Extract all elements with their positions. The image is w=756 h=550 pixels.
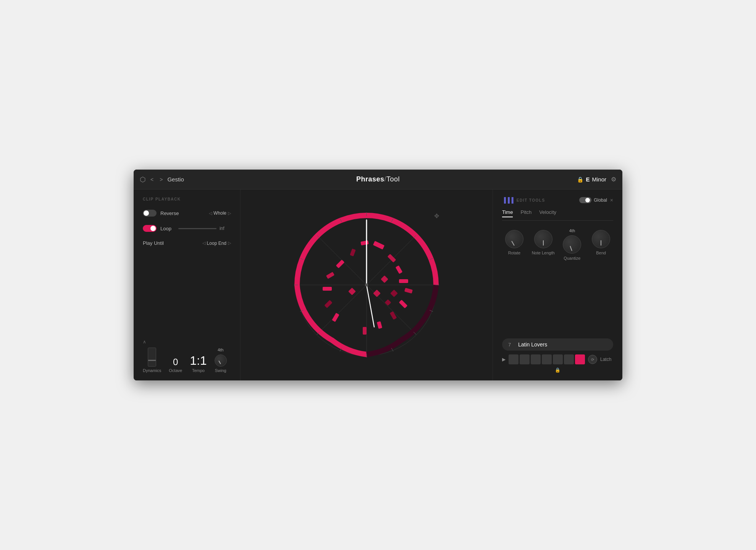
app-title: Gestio xyxy=(167,176,184,183)
whole-right-arrow[interactable]: ▷ xyxy=(228,211,231,216)
octave-label: Octave xyxy=(169,368,182,373)
phrase-pad-1[interactable] xyxy=(509,354,519,364)
svg-rect-34 xyxy=(336,260,345,269)
phrase-pad-5[interactable] xyxy=(553,354,563,364)
right-panel: ▐▐▐ EDIT TOOLS Global × Time Pitch Velo xyxy=(493,189,622,380)
key-display: 🔒 E Minor xyxy=(577,176,606,183)
rotate-knob[interactable] xyxy=(505,230,523,248)
tab-time[interactable]: Time xyxy=(502,209,513,217)
loop-slider-container: inf xyxy=(178,226,225,231)
rotate-control: Rotate xyxy=(502,230,527,260)
svg-rect-33 xyxy=(326,272,334,279)
loop-row: Loop inf xyxy=(143,225,231,232)
loop-end-right[interactable]: ▷ xyxy=(228,241,231,246)
left-panel: CLIP PLAYBACK Reverse ◁ Whole ▷ xyxy=(134,189,241,380)
logo: Phrases/Tool xyxy=(356,175,400,183)
key-scale[interactable]: Minor xyxy=(592,176,606,183)
svg-rect-27 xyxy=(390,311,397,320)
svg-rect-41 xyxy=(385,299,391,306)
whole-stepper[interactable]: ◁ Whole ▷ xyxy=(209,210,231,216)
header-right: 🔒 E Minor ⚙ xyxy=(457,176,616,183)
move-icon[interactable]: ✥ xyxy=(434,212,439,220)
edit-tools-label: EDIT TOOLS xyxy=(517,198,545,202)
tempo-control: 1:1 Tempo xyxy=(190,354,207,373)
phrase-pad-3[interactable] xyxy=(531,354,541,364)
reverse-toggle[interactable] xyxy=(143,210,157,217)
circular-display[interactable]: ✥ xyxy=(290,209,443,361)
chevron-up-icon[interactable]: ∧ xyxy=(143,339,231,345)
phrase-pad-2[interactable] xyxy=(520,354,530,364)
close-icon[interactable]: × xyxy=(610,197,613,203)
phrase-item[interactable]: 7 Latin Lovers xyxy=(502,338,613,351)
svg-rect-25 xyxy=(404,288,413,294)
edit-tools-right: Global × xyxy=(579,197,613,203)
nav-back-button[interactable]: < xyxy=(149,176,155,183)
svg-rect-36 xyxy=(360,240,368,245)
knobs-grid: Rotate Note Length 4th Quantize xyxy=(502,230,613,260)
knob-row: Dynamics 0 Octave 1:1 Tempo 4th xyxy=(143,348,231,373)
swing-knob[interactable] xyxy=(215,354,227,367)
phrase-pad-6[interactable] xyxy=(564,354,574,364)
clip-playback-label: CLIP PLAYBACK xyxy=(143,197,231,201)
bend-control: Bend xyxy=(589,230,613,260)
inf-label: inf xyxy=(220,226,225,231)
svg-rect-22 xyxy=(388,254,396,263)
header-left: ⬡ < > Gestio xyxy=(140,175,299,184)
dynamics-fader[interactable] xyxy=(148,348,156,367)
bend-knob[interactable] xyxy=(592,230,610,248)
swing-4th: 4th xyxy=(218,348,223,352)
play-button[interactable]: ▶ xyxy=(502,357,506,362)
whole-left-arrow[interactable]: ◁ xyxy=(209,211,212,216)
svg-point-44 xyxy=(365,283,368,286)
phrase-name: Latin Lovers xyxy=(518,341,607,348)
note-length-knob[interactable] xyxy=(534,230,552,248)
logo-phrases: Phrases xyxy=(356,175,384,183)
phrase-controls: ▶ ⟳ Latch xyxy=(502,354,613,364)
header-center: Phrases/Tool xyxy=(299,175,457,183)
latch-label: Latch xyxy=(600,357,611,362)
svg-rect-40 xyxy=(390,290,398,297)
phrase-pads xyxy=(509,354,585,364)
svg-rect-21 xyxy=(373,241,384,250)
loop-toggle[interactable] xyxy=(143,225,157,232)
tempo-value[interactable]: 1:1 xyxy=(190,354,207,367)
bend-label: Bend xyxy=(596,251,606,255)
tab-velocity[interactable]: Velocity xyxy=(539,209,556,217)
quantize-label: Quantize xyxy=(564,256,580,260)
global-toggle-switch[interactable] xyxy=(579,197,591,203)
loop-end-left[interactable]: ◁ xyxy=(202,241,205,246)
svg-rect-29 xyxy=(363,327,367,335)
svg-rect-35 xyxy=(350,249,356,256)
global-toggle[interactable]: Global xyxy=(579,197,607,203)
reverse-row: Reverse ◁ Whole ▷ xyxy=(143,210,231,217)
svg-rect-24 xyxy=(399,279,408,283)
octave-value[interactable]: 0 xyxy=(173,358,178,367)
loop-end-stepper[interactable]: ◁ Loop End ▷ xyxy=(202,241,231,246)
quantize-knob[interactable] xyxy=(563,235,581,254)
logo-tool: Tool xyxy=(386,175,400,183)
quantize-4th: 4th xyxy=(569,228,575,233)
edit-tools-header: ▐▐▐ EDIT TOOLS Global × xyxy=(502,197,613,203)
main-content: CLIP PLAYBACK Reverse ◁ Whole ▷ xyxy=(134,189,622,380)
svg-rect-31 xyxy=(324,300,332,308)
play-until-label: Play Until xyxy=(143,240,164,246)
gear-icon[interactable]: ⚙ xyxy=(611,176,616,183)
tab-pitch[interactable]: Pitch xyxy=(520,209,531,217)
octave-control: 0 Octave xyxy=(169,358,182,373)
swing-control: 4th Swing xyxy=(215,348,227,373)
svg-rect-32 xyxy=(323,287,332,291)
svg-rect-26 xyxy=(399,300,408,309)
key-note[interactable]: E xyxy=(586,176,590,183)
phrase-pad-4[interactable] xyxy=(542,354,552,364)
circular-svg xyxy=(290,209,443,361)
dynamics-control: Dynamics xyxy=(143,348,161,373)
loop-slider[interactable] xyxy=(178,228,216,229)
whole-value: Whole xyxy=(213,210,226,216)
phrase-pad-7[interactable] xyxy=(575,354,585,364)
reverse-label: Reverse xyxy=(160,210,179,216)
nav-forward-button[interactable]: > xyxy=(158,176,164,183)
center-panel: ✥ xyxy=(241,189,493,380)
note-length-control: Note Length xyxy=(531,230,556,260)
loop-label: Loop xyxy=(160,226,171,231)
random-button[interactable]: ⟳ xyxy=(588,355,597,364)
